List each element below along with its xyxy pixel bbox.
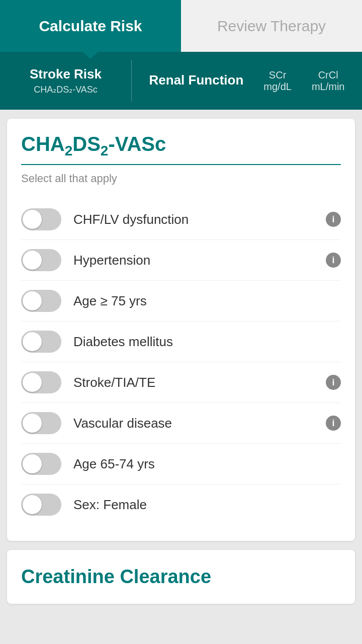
scr-metric: SCr mg/dL xyxy=(263,69,292,93)
sub-header-stroke-risk[interactable]: Stroke Risk CHA₂DS₂-VASc xyxy=(0,52,131,110)
toggle-dm-label: Diabetes mellitus xyxy=(73,334,341,350)
renal-function-group: Renal Function xyxy=(149,72,244,89)
tab-calculate-risk-label: Calculate Risk xyxy=(39,18,142,35)
cha2ds2-title: CHA2DS2-VASc xyxy=(21,133,341,165)
toggle-female[interactable] xyxy=(21,494,61,516)
crcl-unit: mL/min xyxy=(312,81,345,93)
toggle-stroke[interactable] xyxy=(21,371,61,393)
toggle-female-label: Sex: Female xyxy=(73,497,341,513)
crcl-label: CrCl xyxy=(318,69,338,81)
toggle-age75[interactable] xyxy=(21,290,61,312)
toggle-chf[interactable] xyxy=(21,208,61,230)
toggle-row-age65: Age 65-74 yrs xyxy=(21,444,341,485)
renal-function-title: Renal Function xyxy=(149,72,244,88)
info-icon-chf[interactable]: i xyxy=(326,212,341,227)
toggle-row-dm: Diabetes mellitus xyxy=(21,321,341,362)
toggle-vasc-label: Vascular disease xyxy=(73,416,321,431)
sub-header: Stroke Risk CHA₂DS₂-VASc Renal Function … xyxy=(0,52,362,110)
cha2ds2-card: CHA2DS2-VASc Select all that apply CHF/L… xyxy=(7,119,355,541)
stroke-risk-title: Stroke Risk xyxy=(30,66,102,82)
scr-label: SCr xyxy=(269,69,286,81)
toggle-dm[interactable] xyxy=(21,331,61,353)
toggle-row-htn: Hypertension i xyxy=(21,240,341,281)
tab-review-therapy-label: Review Therapy xyxy=(217,18,326,35)
creatinine-title: Creatinine Clearance xyxy=(21,564,341,588)
sub-header-renal-function[interactable]: Renal Function SCr mg/dL CrCl mL/min xyxy=(132,52,362,110)
toggle-htn[interactable] xyxy=(21,249,61,271)
toggle-age65[interactable] xyxy=(21,453,61,475)
toggle-row-age75: Age ≥ 75 yrs xyxy=(21,281,341,321)
toggle-stroke-label: Stroke/TIA/TE xyxy=(73,375,321,390)
creatinine-card: Creatinine Clearance xyxy=(7,550,355,604)
stroke-risk-sub: CHA₂DS₂-VASc xyxy=(34,84,98,95)
toggle-htn-label: Hypertension xyxy=(73,253,321,268)
info-icon-vasc[interactable]: i xyxy=(326,416,341,431)
cha2ds2-subtitle: Select all that apply xyxy=(21,172,341,185)
toggle-vasc[interactable] xyxy=(21,412,61,434)
tab-bar: Calculate Risk Review Therapy xyxy=(0,0,362,52)
toggle-chf-label: CHF/LV dysfunction xyxy=(73,212,321,227)
info-icon-stroke[interactable]: i xyxy=(326,375,341,390)
crcl-metric: CrCl mL/min xyxy=(312,69,345,93)
toggle-age65-label: Age 65-74 yrs xyxy=(73,456,341,472)
toggle-row-vasc: Vascular disease i xyxy=(21,403,341,444)
toggle-row-female: Sex: Female xyxy=(21,485,341,525)
toggle-row-chf: CHF/LV dysfunction i xyxy=(21,199,341,240)
content-area: CHA2DS2-VASc Select all that apply CHF/L… xyxy=(0,110,362,622)
scr-unit: mg/dL xyxy=(263,81,292,93)
toggle-age75-label: Age ≥ 75 yrs xyxy=(73,293,341,309)
tab-calculate-risk[interactable]: Calculate Risk xyxy=(0,0,181,52)
tab-review-therapy[interactable]: Review Therapy xyxy=(181,0,362,52)
info-icon-htn[interactable]: i xyxy=(326,253,341,268)
toggle-row-stroke: Stroke/TIA/TE i xyxy=(21,362,341,403)
